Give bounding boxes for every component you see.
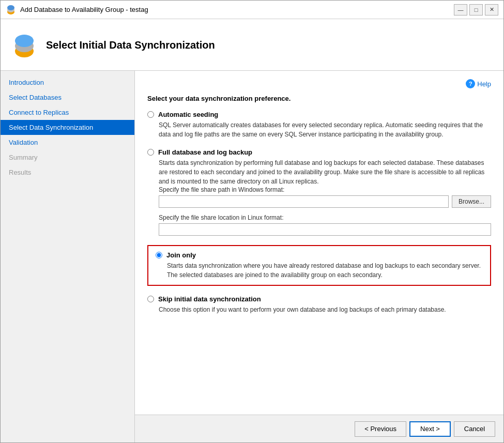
main-area: Introduction Select Databases Connect to… [1, 71, 503, 442]
title-bar: Add Database to Availability Group - tes… [1, 1, 503, 19]
sidebar-item-introduction[interactable]: Introduction [1, 75, 134, 90]
option-join-only-box: Join only Starts data synchronization wh… [147, 245, 491, 286]
option-auto-label[interactable]: Automatic seeding [158, 111, 218, 118]
radio-skip-sync[interactable] [147, 296, 154, 302]
windows-path-row: Browse... [159, 195, 491, 208]
next-button[interactable]: Next > [409, 421, 451, 437]
window-title: Add Database to Availability Group - tes… [20, 6, 148, 13]
option-skip-label[interactable]: Skip initial data synchronization [158, 295, 261, 303]
sidebar-item-select-databases[interactable]: Select Databases [1, 90, 134, 105]
close-button[interactable]: ✕ [485, 4, 498, 16]
option-full-label[interactable]: Full database and log backup [158, 148, 252, 156]
option-auto-header: Automatic seeding [147, 111, 491, 118]
option-skip-desc: Choose this option if you want to perfor… [159, 305, 491, 314]
svg-point-2 [7, 5, 14, 10]
radio-full-backup[interactable] [147, 149, 154, 156]
footer: < Previous Next > Cancel [135, 415, 503, 442]
previous-button[interactable]: < Previous [355, 421, 406, 437]
option-join-label[interactable]: Join only [166, 251, 196, 259]
svg-point-5 [15, 35, 34, 47]
option-full-backup: Full database and log backup Starts data… [147, 148, 491, 236]
cancel-button[interactable]: Cancel [454, 421, 495, 437]
radio-automatic-seeding[interactable] [147, 111, 154, 118]
minimize-button[interactable]: ― [454, 4, 467, 16]
linux-path-row [159, 223, 491, 236]
content-scroll: ? Help Select your data synchronization … [135, 71, 503, 415]
option-auto-desc: SQL Server automatically creates databas… [159, 120, 491, 139]
header-icon [11, 32, 38, 58]
option-full-header: Full database and log backup [147, 148, 491, 156]
maximize-button[interactable]: □ [469, 4, 483, 16]
page-title: Select Initial Data Synchronization [46, 38, 215, 52]
sidebar-item-connect-replicas[interactable]: Connect to Replicas [1, 105, 134, 120]
sidebar-item-summary: Summary [1, 150, 134, 165]
content-area: ? Help Select your data synchronization … [135, 71, 503, 442]
option-join-desc: Starts data synchronization where you ha… [167, 261, 483, 280]
option-skip-header: Skip initial data synchronization [147, 295, 491, 303]
browse-button[interactable]: Browse... [452, 195, 491, 208]
pref-label: Select your data synchronization prefere… [147, 95, 491, 102]
windows-path-input[interactable] [159, 195, 449, 208]
sidebar-item-results: Results [1, 165, 134, 180]
title-bar-left: Add Database to Availability Group - tes… [6, 5, 148, 15]
title-bar-controls: ― □ ✕ [454, 4, 498, 16]
option-skip-sync: Skip initial data synchronization Choose… [147, 295, 491, 314]
sidebar-item-validation[interactable]: Validation [1, 135, 134, 150]
main-window: Add Database to Availability Group - tes… [0, 0, 504, 443]
option-join-header: Join only [156, 251, 483, 259]
option-automatic-seeding: Automatic seeding SQL Server automatical… [147, 111, 491, 139]
linux-path-input[interactable] [159, 223, 491, 236]
help-label: Help [477, 80, 491, 88]
app-icon [6, 5, 16, 15]
help-icon: ? [466, 79, 475, 88]
windows-path-label: Specify the file share path in Windows f… [159, 186, 491, 193]
sidebar: Introduction Select Databases Connect to… [1, 71, 135, 442]
sidebar-item-select-data-sync[interactable]: Select Data Synchronization [1, 120, 134, 135]
option-full-desc: Starts data synchronization by performin… [159, 158, 491, 186]
linux-path-label: Specify the file share location in Linux… [159, 214, 491, 221]
radio-join-only[interactable] [156, 252, 162, 258]
help-link-container: ? Help [147, 79, 491, 88]
help-button[interactable]: ? Help [466, 79, 491, 88]
header-section: Select Initial Data Synchronization [1, 19, 503, 71]
